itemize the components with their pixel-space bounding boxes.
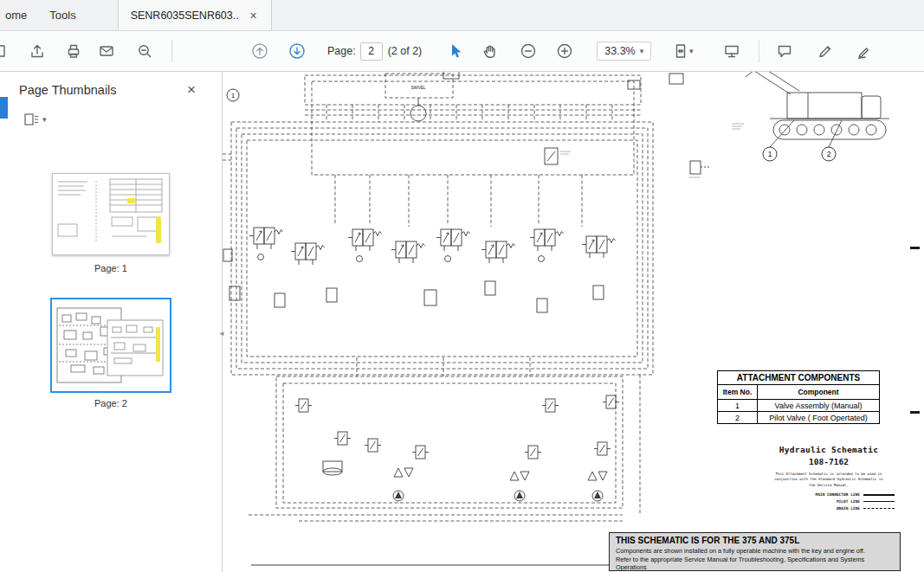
note-line-1: Components are shown installed on a full… (616, 547, 894, 555)
tab-tools[interactable]: Tools (37, 0, 87, 30)
comment-button[interactable] (770, 37, 799, 65)
right-cut-marks (910, 247, 920, 414)
close-tab-icon[interactable]: × (248, 9, 258, 22)
page-thumbnails-panel: Page Thumbnails × ▾ (0, 72, 223, 572)
chevron-down-icon: ▾ (42, 116, 47, 124)
thumbnail-page-2[interactable]: Page: 2 (50, 273, 171, 408)
arrow-down-circle-icon (288, 42, 306, 60)
plus-circle-icon (556, 42, 573, 60)
solid-line-sample (863, 494, 895, 496)
note-line-2: Refer to the appropriate Service Manual … (616, 556, 894, 571)
schematic-title: Hydraulic Schematic (761, 445, 896, 454)
reading-mode-button[interactable] (717, 37, 746, 65)
comment-bubble-icon (776, 42, 793, 60)
col-component: Component (758, 385, 879, 399)
thumbnail-page-1[interactable]: Page: 1 (52, 173, 170, 273)
mid-components (229, 281, 604, 312)
fill-sign-button[interactable] (811, 37, 840, 65)
callout-top-left: 1 (227, 89, 239, 101)
page-label: Page: (327, 45, 356, 57)
row-2-component: Pilot Valve ( Foot Opertated) (758, 412, 879, 423)
chevron-down-icon: ▾ (640, 48, 644, 55)
legend-main-line: MAIN CONNECTOR LINE (816, 492, 860, 497)
clipped-tool-icon[interactable] (0, 37, 10, 65)
lower-section (276, 376, 623, 508)
document-view[interactable]: SWIVEL (223, 72, 924, 572)
fine-print: This Attachment Schematic is intended to… (773, 472, 884, 488)
schematic-title-block: Hydraulic Schematic 108-7162 This Attach… (761, 445, 896, 511)
thumbnail-list: Page: 1 (0, 173, 222, 408)
hand-tool-button[interactable] (475, 37, 505, 65)
col-item-no: Item No. (718, 385, 758, 399)
toolbar-separator (171, 40, 172, 62)
page-1-thumbnail-image (52, 173, 170, 255)
note-title: THIS SCHEMATIC IS FOR THE 375 AND 375L (616, 536, 894, 545)
callout-1: 1 (763, 147, 777, 161)
selected-thumbnail-border (50, 298, 171, 393)
dashed-line-sample (863, 508, 895, 509)
legend-pilot-line: PILOT LINE (837, 499, 860, 504)
tab-document[interactable]: SENR6035SENR603... × (118, 0, 272, 30)
share-icon (29, 42, 46, 60)
page-fit-icon (672, 42, 689, 60)
marquee-zoom-button[interactable] (130, 37, 159, 65)
line-legend: MAIN CONNECTOR LINE PILOT LINE DRAIN LIN… (761, 492, 896, 511)
navigation-pane-indicator[interactable] (0, 97, 8, 119)
email-button[interactable] (92, 37, 121, 65)
hand-icon (481, 42, 499, 60)
next-page-button[interactable] (282, 37, 312, 65)
schematic-number: 108-7162 (761, 457, 896, 466)
svg-text:1: 1 (231, 92, 235, 100)
zoom-out-button[interactable] (514, 37, 543, 65)
svg-text:2: 2 (827, 150, 831, 158)
table-row: 1 Valve Assembly (Manual) (718, 399, 879, 411)
row-1-component: Valve Assembly (Manual) (758, 400, 879, 411)
partial-save-icon (0, 42, 9, 60)
thumbnail-options-button[interactable]: ▾ (24, 111, 59, 128)
swivel-label: SWIVEL (410, 86, 426, 90)
row-2-item: 2 (718, 412, 758, 423)
collapse-panel-handle[interactable]: ◄ (216, 323, 228, 344)
attachment-table-header: Item No. Component (718, 385, 879, 399)
valve-bank-upper (249, 228, 616, 265)
page-number-input[interactable] (360, 42, 383, 61)
zoom-in-button[interactable] (550, 37, 579, 65)
attachment-table-title: ATTACHMENT COMPONENTS (718, 371, 879, 385)
signature-button[interactable] (850, 37, 879, 65)
email-icon (98, 42, 115, 60)
page-2-label: Page: 2 (50, 398, 171, 408)
schematic-note-box: THIS SCHEMATIC IS FOR THE 375 AND 375L C… (609, 532, 901, 571)
tab-home[interactable]: ome (0, 0, 37, 30)
tab-home-label: ome (5, 9, 27, 22)
zoom-level-dropdown[interactable]: 33.3% ▾ (597, 42, 651, 61)
toolbar-separator (759, 40, 759, 62)
print-button[interactable] (59, 37, 88, 65)
page-1-label: Page: 1 (52, 263, 170, 273)
document-tab-title: SENR6035SENR603... (131, 10, 240, 22)
print-icon (65, 42, 82, 60)
previous-view-button[interactable] (245, 37, 275, 65)
bus-lines (223, 74, 653, 521)
legend-drain-line: DRAIN LINE (837, 506, 860, 511)
chevron-down-icon: ▾ (689, 48, 694, 55)
swivel-symbol (223, 72, 709, 261)
select-arrow-icon (447, 42, 464, 60)
minus-circle-icon (520, 42, 537, 60)
tab-tools-label: Tools (49, 9, 75, 22)
page-fit-button[interactable]: ▾ (663, 37, 701, 65)
callout-2: 2 (822, 147, 836, 161)
table-row: 2 Pilot Valve ( Foot Opertated) (718, 411, 879, 423)
page-count: (2 of 2) (388, 45, 423, 57)
pencil-icon (817, 42, 834, 60)
arrow-up-circle-icon (251, 42, 268, 60)
svg-text:1: 1 (768, 150, 772, 158)
small-annotation-marks (560, 124, 744, 177)
select-tool-button[interactable] (441, 37, 470, 65)
zoom-level-value: 33.3% (604, 45, 635, 57)
presentation-screen-icon (723, 42, 740, 60)
row-1-item: 1 (718, 400, 758, 411)
close-panel-icon[interactable]: × (187, 81, 196, 99)
thumbnail-options-icon (24, 113, 39, 126)
page-2-thumbnail-image (54, 301, 168, 389)
share-button[interactable] (23, 37, 52, 65)
